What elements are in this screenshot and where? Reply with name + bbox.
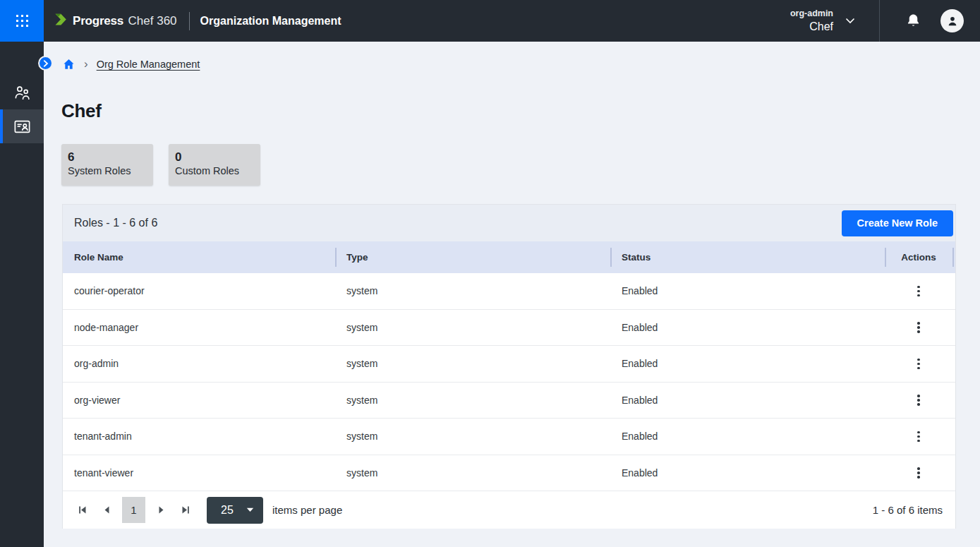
cell-status: Enabled bbox=[610, 322, 885, 333]
cell-role-name: courier-operator bbox=[63, 285, 335, 296]
header-divider bbox=[189, 12, 190, 30]
table-pagination: 1 25 items per page 1 - 6 of 6 items bbox=[63, 491, 955, 529]
create-new-role-button[interactable]: Create New Role bbox=[842, 210, 953, 236]
cell-type: system bbox=[335, 431, 610, 442]
table-header-row: Role Name Type Status Actions bbox=[63, 241, 955, 273]
page-title: Chef bbox=[61, 100, 102, 122]
cell-type: system bbox=[335, 322, 610, 333]
row-actions-kebab-button[interactable] bbox=[909, 390, 928, 411]
cell-role-name: org-admin bbox=[63, 358, 335, 369]
home-icon bbox=[62, 58, 75, 71]
roles-table-panel: Roles - 1 - 6 of 6 Create New Role Role … bbox=[62, 204, 956, 529]
main-content: › Org Role Management Chef 6 System Role… bbox=[44, 42, 980, 547]
person-icon bbox=[945, 14, 960, 28]
cell-type: system bbox=[335, 358, 610, 369]
cell-type: system bbox=[335, 467, 610, 479]
table-row: node-manager system Enabled bbox=[63, 310, 955, 347]
sidebar bbox=[0, 42, 44, 547]
column-header-status: Status bbox=[610, 241, 885, 273]
row-actions-kebab-button[interactable] bbox=[909, 317, 928, 338]
table-row: tenant-admin system Enabled bbox=[63, 419, 955, 455]
table-row: courier-operator system Enabled bbox=[63, 273, 955, 310]
column-header-role-name: Role Name bbox=[63, 241, 335, 273]
row-actions-kebab-button[interactable] bbox=[909, 462, 928, 483]
cell-status: Enabled bbox=[610, 467, 885, 479]
sidebar-expand-button[interactable] bbox=[38, 56, 53, 71]
table-row: org-viewer system Enabled bbox=[63, 383, 955, 419]
brand-product: Chef 360 bbox=[128, 14, 177, 28]
users-icon bbox=[13, 83, 32, 102]
column-header-gutter bbox=[952, 241, 955, 273]
notifications-button[interactable] bbox=[897, 5, 929, 37]
table-row: tenant-viewer system Enabled bbox=[63, 455, 955, 492]
previous-page-icon bbox=[102, 505, 112, 515]
page: Progress Chef 360 Organization Managemen… bbox=[0, 0, 980, 547]
table-title: Roles - 1 - 6 of 6 bbox=[74, 217, 157, 229]
cell-role-name: tenant-admin bbox=[63, 431, 335, 442]
system-roles-count: 6 bbox=[68, 150, 147, 164]
account-role: org-admin bbox=[790, 8, 833, 19]
bell-icon bbox=[905, 13, 921, 29]
sidebar-item-users[interactable] bbox=[0, 76, 44, 109]
account-menu[interactable]: org-admin Chef bbox=[790, 8, 855, 34]
chevron-down-icon bbox=[845, 18, 855, 24]
last-page-button[interactable] bbox=[176, 500, 195, 520]
brand-name: Progress bbox=[73, 14, 123, 28]
row-actions-kebab-button[interactable] bbox=[909, 353, 928, 374]
app-grid-icon bbox=[16, 15, 28, 27]
role-badge-icon bbox=[13, 117, 32, 136]
cell-role-name: node-manager bbox=[63, 322, 335, 333]
breadcrumb-link-org-role-management[interactable]: Org Role Management bbox=[97, 59, 200, 70]
cell-status: Enabled bbox=[610, 395, 885, 406]
cell-status: Enabled bbox=[610, 285, 885, 296]
row-actions-kebab-button[interactable] bbox=[909, 280, 928, 301]
cell-status: Enabled bbox=[610, 358, 885, 369]
custom-roles-card: 0 Custom Roles bbox=[169, 144, 260, 186]
system-roles-card: 6 System Roles bbox=[61, 144, 153, 186]
home-breadcrumb-link[interactable] bbox=[62, 58, 75, 71]
user-avatar-button[interactable] bbox=[940, 9, 964, 32]
custom-roles-label: Custom Roles bbox=[175, 164, 254, 178]
breadcrumb-separator: › bbox=[84, 58, 88, 71]
column-header-type: Type bbox=[335, 241, 610, 273]
column-header-actions: Actions bbox=[885, 241, 952, 273]
table-toolbar: Roles - 1 - 6 of 6 Create New Role bbox=[63, 205, 955, 241]
breadcrumb: › Org Role Management bbox=[62, 58, 200, 71]
account-org: Chef bbox=[809, 19, 833, 34]
cell-status: Enabled bbox=[610, 431, 885, 442]
current-page-button[interactable]: 1 bbox=[122, 497, 145, 523]
cell-role-name: org-viewer bbox=[63, 395, 335, 406]
first-page-button[interactable] bbox=[73, 500, 91, 520]
page-size-value: 25 bbox=[221, 504, 234, 517]
cell-type: system bbox=[335, 285, 610, 296]
chevron-right-icon bbox=[43, 60, 49, 67]
pagination-range-label: 1 - 6 of 6 items bbox=[873, 504, 943, 516]
page-size-select[interactable]: 25 bbox=[207, 497, 263, 524]
next-page-button[interactable] bbox=[152, 500, 170, 520]
previous-page-button[interactable] bbox=[97, 500, 116, 520]
header-divider bbox=[879, 0, 880, 42]
cell-role-name: tenant-viewer bbox=[63, 467, 335, 479]
app-title: Organization Management bbox=[200, 15, 341, 28]
system-roles-label: System Roles bbox=[68, 164, 147, 178]
table-row: org-admin system Enabled bbox=[63, 346, 955, 383]
row-actions-kebab-button[interactable] bbox=[909, 426, 928, 447]
items-per-page-label: items per page bbox=[272, 504, 342, 516]
app-launcher-button[interactable] bbox=[0, 0, 44, 42]
custom-roles-count: 0 bbox=[175, 150, 254, 164]
progress-logo-icon bbox=[53, 12, 68, 30]
first-page-icon bbox=[77, 505, 87, 515]
sidebar-item-roles[interactable] bbox=[0, 109, 44, 143]
brand-logo: Progress Chef 360 bbox=[53, 12, 177, 30]
last-page-icon bbox=[181, 505, 191, 515]
caret-down-icon bbox=[246, 507, 254, 512]
cell-type: system bbox=[335, 395, 610, 406]
stat-cards: 6 System Roles 0 Custom Roles bbox=[61, 144, 260, 186]
top-bar: Progress Chef 360 Organization Managemen… bbox=[0, 0, 980, 42]
next-page-icon bbox=[156, 505, 167, 515]
